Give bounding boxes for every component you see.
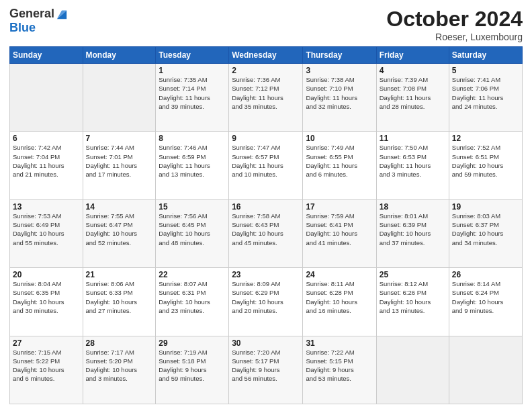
day-number: 5 bbox=[452, 66, 519, 75]
day-cell: 16Sunrise: 7:58 AM Sunset: 6:43 PM Dayli… bbox=[229, 199, 303, 267]
day-cell: 30Sunrise: 7:20 AM Sunset: 5:17 PM Dayli… bbox=[229, 336, 303, 404]
logo-triangle-icon bbox=[56, 8, 68, 20]
day-cell: 5Sunrise: 7:41 AM Sunset: 7:06 PM Daylig… bbox=[449, 64, 522, 132]
day-number: 9 bbox=[232, 134, 300, 143]
title-block: October 2024 Roeser, Luxembourg bbox=[386, 7, 523, 42]
day-number: 11 bbox=[380, 134, 446, 143]
day-info: Sunrise: 7:52 AM Sunset: 6:51 PM Dayligh… bbox=[452, 143, 519, 179]
day-info: Sunrise: 7:20 AM Sunset: 5:17 PM Dayligh… bbox=[232, 348, 300, 383]
day-cell: 29Sunrise: 7:19 AM Sunset: 5:18 PM Dayli… bbox=[156, 336, 229, 404]
day-number: 12 bbox=[452, 134, 519, 143]
day-info: Sunrise: 7:35 AM Sunset: 7:14 PM Dayligh… bbox=[159, 75, 226, 111]
day-info: Sunrise: 7:56 AM Sunset: 6:45 PM Dayligh… bbox=[159, 212, 226, 247]
day-cell: 26Sunrise: 8:14 AM Sunset: 6:24 PM Dayli… bbox=[449, 268, 522, 336]
week-row-1: 1Sunrise: 7:35 AM Sunset: 7:14 PM Daylig… bbox=[10, 64, 523, 132]
weekday-header-saturday: Saturday bbox=[449, 47, 522, 64]
day-info: Sunrise: 8:09 AM Sunset: 6:29 PM Dayligh… bbox=[232, 279, 300, 315]
page: General Blue October 2024 Roeser, Luxemb… bbox=[0, 0, 532, 411]
day-number: 26 bbox=[452, 270, 519, 279]
day-cell: 25Sunrise: 8:12 AM Sunset: 6:26 PM Dayli… bbox=[376, 268, 449, 336]
day-cell: 3Sunrise: 7:38 AM Sunset: 7:10 PM Daylig… bbox=[303, 64, 376, 132]
day-cell: 22Sunrise: 8:07 AM Sunset: 6:31 PM Dayli… bbox=[156, 268, 229, 336]
day-info: Sunrise: 7:59 AM Sunset: 6:41 PM Dayligh… bbox=[306, 212, 373, 247]
day-cell bbox=[10, 64, 83, 132]
day-info: Sunrise: 7:47 AM Sunset: 6:57 PM Dayligh… bbox=[232, 143, 300, 179]
week-row-2: 6Sunrise: 7:42 AM Sunset: 7:04 PM Daylig… bbox=[10, 132, 523, 199]
day-cell: 18Sunrise: 8:01 AM Sunset: 6:39 PM Dayli… bbox=[376, 199, 449, 267]
day-cell bbox=[449, 336, 522, 404]
day-number: 14 bbox=[86, 202, 153, 212]
weekday-header-thursday: Thursday bbox=[303, 47, 376, 64]
day-cell: 17Sunrise: 7:59 AM Sunset: 6:41 PM Dayli… bbox=[303, 199, 376, 267]
weekday-header-monday: Monday bbox=[83, 47, 156, 64]
day-cell: 15Sunrise: 7:56 AM Sunset: 6:45 PM Dayli… bbox=[156, 199, 229, 267]
calendar-table: SundayMondayTuesdayWednesdayThursdayFrid… bbox=[9, 46, 523, 404]
day-info: Sunrise: 8:01 AM Sunset: 6:39 PM Dayligh… bbox=[380, 212, 446, 247]
day-number: 30 bbox=[232, 338, 300, 348]
day-number: 6 bbox=[13, 134, 80, 143]
day-cell: 1Sunrise: 7:35 AM Sunset: 7:14 PM Daylig… bbox=[156, 64, 229, 132]
day-number: 2 bbox=[232, 66, 300, 75]
day-number: 1 bbox=[159, 66, 226, 75]
day-cell: 2Sunrise: 7:36 AM Sunset: 7:12 PM Daylig… bbox=[229, 64, 303, 132]
day-number: 10 bbox=[306, 134, 373, 143]
day-info: Sunrise: 7:38 AM Sunset: 7:10 PM Dayligh… bbox=[306, 75, 373, 111]
day-cell bbox=[83, 64, 156, 132]
header: General Blue October 2024 Roeser, Luxemb… bbox=[9, 7, 523, 42]
week-row-5: 27Sunrise: 7:15 AM Sunset: 5:22 PM Dayli… bbox=[10, 336, 523, 404]
day-cell: 13Sunrise: 7:53 AM Sunset: 6:49 PM Dayli… bbox=[10, 199, 83, 267]
day-number: 25 bbox=[380, 270, 446, 279]
week-row-4: 20Sunrise: 8:04 AM Sunset: 6:35 PM Dayli… bbox=[10, 268, 523, 336]
weekday-header-wednesday: Wednesday bbox=[229, 47, 303, 64]
day-number: 21 bbox=[86, 270, 153, 279]
day-cell: 8Sunrise: 7:46 AM Sunset: 6:59 PM Daylig… bbox=[156, 132, 229, 199]
weekday-header-row: SundayMondayTuesdayWednesdayThursdayFrid… bbox=[10, 47, 523, 64]
day-info: Sunrise: 7:42 AM Sunset: 7:04 PM Dayligh… bbox=[13, 143, 80, 179]
day-cell: 21Sunrise: 8:06 AM Sunset: 6:33 PM Dayli… bbox=[83, 268, 156, 336]
day-info: Sunrise: 7:49 AM Sunset: 6:55 PM Dayligh… bbox=[306, 143, 373, 179]
day-info: Sunrise: 8:11 AM Sunset: 6:28 PM Dayligh… bbox=[306, 279, 373, 315]
day-info: Sunrise: 7:50 AM Sunset: 6:53 PM Dayligh… bbox=[380, 143, 446, 179]
weekday-header-friday: Friday bbox=[376, 47, 449, 64]
day-info: Sunrise: 7:17 AM Sunset: 5:20 PM Dayligh… bbox=[86, 348, 153, 383]
day-cell: 14Sunrise: 7:55 AM Sunset: 6:47 PM Dayli… bbox=[83, 199, 156, 267]
day-info: Sunrise: 7:44 AM Sunset: 7:01 PM Dayligh… bbox=[86, 143, 153, 179]
day-info: Sunrise: 8:14 AM Sunset: 6:24 PM Dayligh… bbox=[452, 279, 519, 315]
day-number: 29 bbox=[159, 338, 226, 348]
day-info: Sunrise: 7:36 AM Sunset: 7:12 PM Dayligh… bbox=[232, 75, 300, 111]
month-title: October 2024 bbox=[386, 7, 523, 32]
week-row-3: 13Sunrise: 7:53 AM Sunset: 6:49 PM Dayli… bbox=[10, 199, 523, 267]
logo-general-text: General bbox=[9, 7, 54, 21]
logo: General Blue bbox=[9, 7, 68, 35]
day-info: Sunrise: 7:53 AM Sunset: 6:49 PM Dayligh… bbox=[13, 212, 80, 247]
day-number: 4 bbox=[380, 66, 446, 75]
day-number: 17 bbox=[306, 202, 373, 212]
day-cell: 7Sunrise: 7:44 AM Sunset: 7:01 PM Daylig… bbox=[83, 132, 156, 199]
day-cell: 11Sunrise: 7:50 AM Sunset: 6:53 PM Dayli… bbox=[376, 132, 449, 199]
day-info: Sunrise: 7:46 AM Sunset: 6:59 PM Dayligh… bbox=[159, 143, 226, 179]
weekday-header-tuesday: Tuesday bbox=[156, 47, 229, 64]
day-number: 7 bbox=[86, 134, 153, 143]
day-cell: 6Sunrise: 7:42 AM Sunset: 7:04 PM Daylig… bbox=[10, 132, 83, 199]
weekday-header-sunday: Sunday bbox=[10, 47, 83, 64]
day-number: 31 bbox=[306, 338, 373, 348]
day-number: 8 bbox=[159, 134, 226, 143]
day-number: 15 bbox=[159, 202, 226, 212]
day-info: Sunrise: 7:22 AM Sunset: 5:15 PM Dayligh… bbox=[306, 348, 373, 383]
day-cell: 10Sunrise: 7:49 AM Sunset: 6:55 PM Dayli… bbox=[303, 132, 376, 199]
day-cell: 9Sunrise: 7:47 AM Sunset: 6:57 PM Daylig… bbox=[229, 132, 303, 199]
day-cell: 27Sunrise: 7:15 AM Sunset: 5:22 PM Dayli… bbox=[10, 336, 83, 404]
day-number: 16 bbox=[232, 202, 300, 212]
day-cell: 19Sunrise: 8:03 AM Sunset: 6:37 PM Dayli… bbox=[449, 199, 522, 267]
day-cell bbox=[376, 336, 449, 404]
day-info: Sunrise: 8:06 AM Sunset: 6:33 PM Dayligh… bbox=[86, 279, 153, 315]
logo-blue-text: Blue bbox=[9, 21, 36, 35]
day-number: 20 bbox=[13, 270, 80, 279]
day-cell: 28Sunrise: 7:17 AM Sunset: 5:20 PM Dayli… bbox=[83, 336, 156, 404]
day-info: Sunrise: 7:55 AM Sunset: 6:47 PM Dayligh… bbox=[86, 212, 153, 247]
day-cell: 12Sunrise: 7:52 AM Sunset: 6:51 PM Dayli… bbox=[449, 132, 522, 199]
day-info: Sunrise: 8:12 AM Sunset: 6:26 PM Dayligh… bbox=[380, 279, 446, 315]
day-number: 19 bbox=[452, 202, 519, 212]
day-cell: 31Sunrise: 7:22 AM Sunset: 5:15 PM Dayli… bbox=[303, 336, 376, 404]
day-cell: 23Sunrise: 8:09 AM Sunset: 6:29 PM Dayli… bbox=[229, 268, 303, 336]
